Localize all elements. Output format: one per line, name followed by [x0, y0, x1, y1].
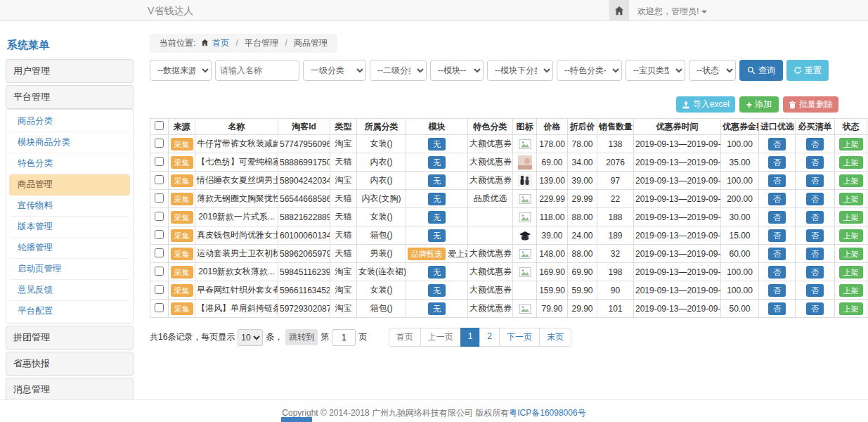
filter-select-二级分类[interactable]: --二级分类-- — [370, 60, 427, 81]
status-badge[interactable]: 上架 — [839, 193, 863, 205]
row-checkbox[interactable] — [155, 267, 164, 276]
page-number-input[interactable] — [332, 329, 356, 346]
taoke-id-cell: 577479560965 — [278, 135, 330, 153]
row-checkbox[interactable] — [155, 285, 164, 294]
home-button[interactable] — [609, 0, 629, 20]
status-badge[interactable]: 上架 — [839, 174, 863, 187]
add-button[interactable]: + 添加 — [739, 96, 779, 113]
filter-select-source[interactable]: --数据来源-- — [150, 60, 212, 81]
import-select-badge[interactable]: 否 — [768, 156, 786, 169]
row-checkbox[interactable] — [155, 248, 164, 257]
status-badge[interactable]: 上架 — [839, 211, 863, 224]
must-buy-badge[interactable]: 否 — [806, 156, 824, 169]
sales-cell: 32 — [597, 245, 634, 263]
user-menu[interactable]: 欢迎您，管理员! — [637, 6, 707, 18]
page-button-末页[interactable]: 末页 — [539, 328, 571, 347]
search-button[interactable]: 查询 — [739, 60, 783, 81]
import-select-cell: 否 — [759, 281, 796, 300]
icon-cell — [513, 263, 537, 281]
must-buy-badge[interactable]: 否 — [806, 211, 824, 224]
breadcrumb-item-platform[interactable]: 平台管理 — [245, 38, 278, 48]
status-badge[interactable]: 上架 — [839, 302, 863, 315]
filter-select-模块下分类[interactable]: --模块下分类-- — [487, 60, 553, 81]
name-search-input[interactable] — [215, 60, 299, 81]
page-button-1[interactable]: 1 — [460, 328, 481, 347]
status-badge[interactable]: 上架 — [839, 138, 863, 151]
sidebar-item-宣传物料[interactable]: 宣传物料 — [9, 196, 130, 217]
import-select-badge[interactable]: 否 — [768, 248, 786, 260]
import-select-badge[interactable]: 否 — [768, 229, 786, 242]
status-badge[interactable]: 上架 — [839, 248, 863, 260]
sidebar-group-省惠快报[interactable]: 省惠快报 — [6, 352, 134, 376]
import-select-badge[interactable]: 否 — [768, 266, 786, 279]
module-badge: 无 — [428, 284, 446, 297]
price-cell: 159.90 — [537, 281, 568, 300]
import-select-badge[interactable]: 否 — [768, 211, 786, 224]
sidebar-item-版本管理[interactable]: 版本管理 — [9, 217, 130, 238]
row-checkbox[interactable] — [155, 212, 164, 221]
icp-link[interactable]: 粤ICP备16098006号 — [509, 408, 585, 418]
status-badge[interactable]: 上架 — [839, 284, 863, 297]
status-badge[interactable]: 上架 — [839, 229, 863, 242]
import-select-badge[interactable]: 否 — [768, 193, 786, 205]
per-page-select[interactable]: 10 — [238, 329, 263, 346]
status-cell: 上架 — [835, 281, 867, 300]
filter-select-宝贝类型[interactable]: --宝贝类型-- — [626, 60, 685, 81]
type-cell: 天猫 — [330, 190, 357, 208]
sidebar-group-拼团管理[interactable]: 拼团管理 — [6, 326, 134, 350]
row-checkbox[interactable] — [155, 175, 164, 184]
must-buy-badge[interactable]: 否 — [806, 193, 824, 205]
status-badge[interactable]: 上架 — [839, 156, 863, 169]
sidebar-item-平台配置[interactable]: 平台配置 — [9, 301, 130, 321]
sidebar-item-特色分类[interactable]: 特色分类 — [9, 153, 130, 174]
must-buy-badge[interactable]: 否 — [806, 302, 824, 315]
must-buy-badge[interactable]: 否 — [806, 229, 824, 242]
row-checkbox[interactable] — [155, 193, 164, 203]
import-select-badge[interactable]: 否 — [768, 302, 786, 315]
sidebar-item-意见反馈[interactable]: 意见反馈 — [9, 280, 130, 301]
must-buy-badge[interactable]: 否 — [806, 174, 824, 187]
sidebar-item-启动页管理[interactable]: 启动页管理 — [9, 259, 130, 280]
filter-select-模块[interactable]: --模块-- — [430, 60, 484, 81]
sidebar-item-商品分类[interactable]: 商品分类 — [9, 111, 130, 132]
filter-select-状态[interactable]: --状态-- — [689, 60, 736, 81]
must-buy-badge[interactable]: 否 — [806, 266, 824, 279]
must-buy-badge[interactable]: 否 — [806, 248, 824, 260]
must-buy-badge[interactable]: 否 — [806, 138, 824, 151]
coupon-amount-cell: 50.00 — [721, 300, 759, 318]
row-checkbox[interactable] — [155, 230, 164, 239]
taoke-id-cell: 589042420344 — [278, 172, 330, 190]
select-all-checkbox[interactable] — [155, 121, 164, 130]
page-button-2[interactable]: 2 — [479, 328, 500, 347]
import-select-badge[interactable]: 否 — [768, 284, 786, 297]
type-cell: 天猫 — [330, 153, 357, 172]
sidebar-item-模块商品分类[interactable]: 模块商品分类 — [9, 132, 130, 153]
import-select-badge[interactable]: 否 — [768, 138, 786, 151]
app-title: V省钱达人 — [148, 5, 193, 18]
sidebar-item-轮播管理[interactable]: 轮播管理 — [9, 238, 130, 259]
page-button-上一页[interactable]: 上一页 — [420, 328, 461, 347]
source-cell: 采集 — [169, 281, 195, 300]
sidebar-item-商品管理[interactable]: 商品管理 — [9, 174, 130, 196]
batch-delete-button[interactable]: 批量删除 — [783, 96, 838, 113]
filter-select-一级分类[interactable]: 一级分类 — [303, 60, 366, 81]
page-button-下一页[interactable]: 下一页 — [499, 328, 540, 347]
import-select-badge[interactable]: 否 — [768, 174, 786, 187]
icon-cell — [513, 135, 537, 153]
sidebar-group-平台管理[interactable]: 平台管理 — [6, 85, 134, 109]
row-checkbox[interactable] — [155, 157, 164, 166]
sidebar-group-消息管理[interactable]: 消息管理 — [6, 378, 134, 402]
reset-button[interactable]: 重置 — [786, 60, 829, 81]
filter-select-特色分类[interactable]: --特色分类-- — [557, 60, 622, 81]
row-checkbox[interactable] — [155, 303, 164, 312]
table-row: 采集2019新款一片式系...588216228899天猫女装()无118.00… — [150, 208, 868, 226]
must-buy-badge[interactable]: 否 — [806, 284, 824, 297]
jump-button[interactable]: 跳转到 — [285, 329, 318, 345]
col-header-模块: 模块 — [406, 119, 468, 135]
page-button-首页[interactable]: 首页 — [389, 328, 421, 347]
status-badge[interactable]: 上架 — [839, 266, 863, 279]
sidebar-group-用户管理[interactable]: 用户管理 — [6, 59, 134, 83]
breadcrumb-home-link[interactable]: 首页 — [212, 38, 229, 48]
row-checkbox[interactable] — [155, 139, 164, 148]
import-excel-button[interactable]: 导入excel — [676, 96, 735, 113]
